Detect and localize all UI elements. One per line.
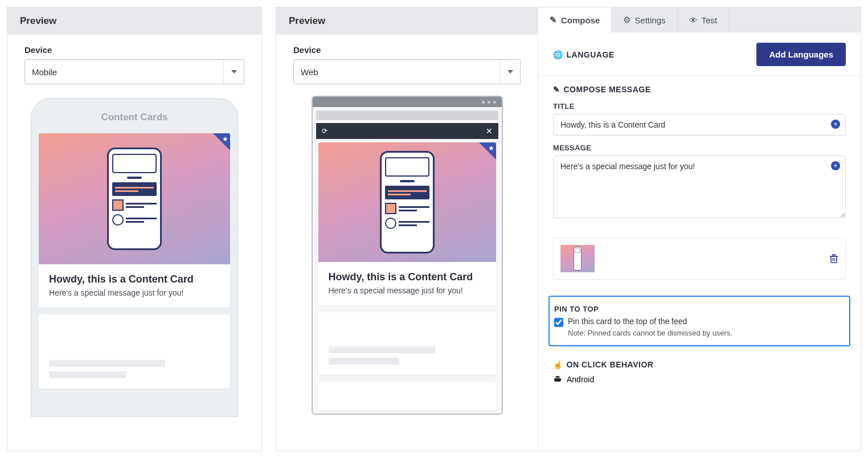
chevron-down-icon [507, 70, 513, 73]
android-row: Android [553, 375, 846, 384]
personalization-icon[interactable]: + [831, 120, 840, 129]
pointer-icon: ☝ [553, 360, 563, 369]
pin-to-top-section: PIN TO TOP Pin this card to the top of t… [548, 296, 850, 346]
tab-compose[interactable]: ✎ Compose [538, 7, 612, 32]
card-message-web: Here's a special message just for you! [329, 286, 486, 295]
message-label: MESSAGE [553, 144, 846, 152]
chevron-down-icon [231, 70, 237, 73]
title-input[interactable] [553, 114, 846, 136]
compose-section-header: ✎ COMPOSE MESSAGE [553, 85, 846, 94]
svg-rect-0 [831, 256, 837, 263]
star-icon: ★ [222, 135, 228, 143]
preview-web-panel: Preview Device Web ⟳ ✕ ★ [276, 7, 538, 451]
tab-label: Test [702, 15, 718, 25]
image-thumbnail[interactable] [560, 245, 595, 272]
pin-header: PIN TO TOP [554, 305, 845, 313]
card-image [318, 142, 496, 262]
eye-icon: 👁 [689, 15, 698, 25]
preview-mobile-panel: Preview Device Mobile Content Cards ★ [7, 7, 262, 451]
pin-note: Note: Pinned cards cannot be dismissed b… [568, 329, 845, 337]
web-frame: ⟳ ✕ ★ [312, 96, 503, 415]
tab-settings[interactable]: ⚙ Settings [612, 7, 677, 32]
personalization-icon[interactable]: + [831, 161, 840, 170]
gear-icon: ⚙ [623, 15, 630, 25]
composer-tabs: ✎ Compose ⚙ Settings 👁 Test [538, 7, 861, 32]
device-value: Mobile [32, 67, 57, 77]
feed-title: Content Cards [32, 106, 237, 133]
onclick-header: ☝ ON CLICK BEHAVIOR [553, 360, 846, 369]
card-message: Here's a special message just for you! [49, 288, 220, 297]
device-label-web: Device [293, 45, 521, 55]
pin-checkbox-row[interactable]: Pin this card to the top of the feed [554, 317, 845, 327]
device-label: Device [24, 45, 244, 55]
browser-chrome [313, 97, 502, 107]
star-icon: ★ [488, 144, 494, 152]
placeholder-card [318, 382, 496, 410]
content-card: ★ Howdy, this is a Content Card Here's a… [39, 133, 230, 308]
language-header: 🌐 LANGUAGE [553, 50, 615, 59]
tab-label: Compose [561, 15, 600, 25]
title-label: TITLE [553, 102, 846, 111]
device-value-web: Web [301, 67, 318, 77]
feed-header: ⟳ ✕ [316, 123, 498, 139]
device-select-mobile[interactable]: Mobile [24, 59, 244, 84]
placeholder-card [318, 312, 496, 375]
edit-icon: ✎ [553, 85, 560, 94]
pencil-icon: ✎ [550, 15, 557, 25]
mobile-frame: Content Cards ★ H [31, 98, 238, 417]
card-title: Howdy, this is a Content Card [49, 273, 220, 285]
delete-image-icon[interactable] [829, 253, 838, 264]
pin-label: Pin this card to the top of the feed [568, 317, 687, 326]
card-title-web: Howdy, this is a Content Card [329, 271, 486, 283]
message-input[interactable] [553, 156, 846, 218]
pin-checkbox[interactable] [554, 318, 563, 327]
url-bar [316, 111, 498, 120]
android-icon [553, 375, 562, 384]
add-languages-button[interactable]: Add Languages [756, 43, 846, 66]
android-label: Android [567, 375, 594, 384]
close-icon[interactable]: ✕ [486, 126, 493, 136]
composer-panel: ✎ Compose ⚙ Settings 👁 Test 🌐 LANGUAGE A… [538, 7, 861, 452]
placeholder-card [39, 314, 230, 389]
preview-header-web: Preview [276, 7, 538, 35]
globe-icon: 🌐 [553, 50, 563, 59]
refresh-icon[interactable]: ⟳ [322, 127, 327, 135]
tab-test[interactable]: 👁 Test [678, 7, 730, 32]
content-card-web: ★ Howdy, this is a Content Card [318, 142, 496, 305]
device-select-web[interactable]: Web [293, 59, 521, 84]
tab-label: Settings [634, 15, 665, 25]
image-upload-row [553, 238, 846, 280]
preview-header: Preview [7, 7, 261, 35]
card-image [39, 133, 230, 264]
